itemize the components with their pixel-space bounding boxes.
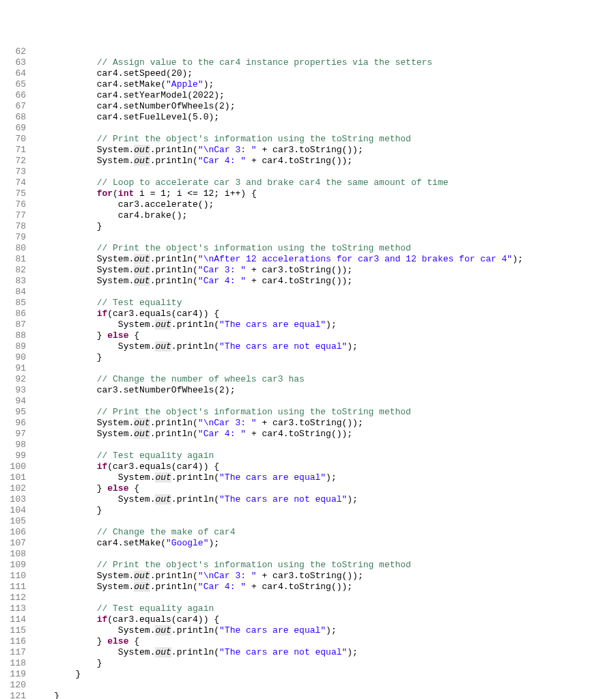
- code-content[interactable]: } else {: [33, 330, 616, 341]
- code-content[interactable]: // Print the object's information using …: [33, 407, 616, 418]
- code-line[interactable]: 85 // Test equality: [0, 298, 616, 309]
- code-line[interactable]: 80 // Print the object's information usi…: [0, 243, 616, 254]
- code-line[interactable]: 113 // Test equality again: [0, 603, 616, 614]
- code-line[interactable]: 78 }: [0, 221, 616, 232]
- code-content[interactable]: System.out.println("The cars are not equ…: [33, 341, 616, 352]
- code-content[interactable]: [33, 363, 616, 374]
- code-line[interactable]: 74 // Loop to accelerate car 3 and brake…: [0, 177, 616, 188]
- code-line[interactable]: 114 if(car3.equals(car4)) {: [0, 614, 616, 625]
- code-line[interactable]: 89 System.out.println("The cars are not …: [0, 341, 616, 352]
- code-content[interactable]: // Change the make of car4: [33, 527, 616, 538]
- code-line[interactable]: 83 System.out.println("Car 4: " + car4.t…: [0, 276, 616, 287]
- code-line[interactable]: 72 System.out.println("Car 4: " + car4.t…: [0, 156, 616, 167]
- code-content[interactable]: System.out.println("The cars are equal")…: [33, 319, 616, 330]
- code-line[interactable]: 79: [0, 232, 616, 243]
- code-line[interactable]: 104 }: [0, 505, 616, 516]
- code-line[interactable]: 73: [0, 167, 616, 177]
- code-line[interactable]: 107 car4.setMake("Google");: [0, 538, 616, 549]
- code-content[interactable]: }: [33, 505, 616, 516]
- code-content[interactable]: }: [33, 221, 616, 232]
- code-line[interactable]: 94: [0, 396, 616, 407]
- code-content[interactable]: car4.brake();: [33, 210, 616, 221]
- code-content[interactable]: System.out.println("Car 4: " + car4.toSt…: [33, 276, 616, 287]
- code-content[interactable]: System.out.println("\nCar 3: " + car3.to…: [33, 571, 616, 582]
- code-content[interactable]: if(car3.equals(car4)) {: [33, 461, 616, 472]
- code-content[interactable]: System.out.println("\nAfter 12 accelerat…: [33, 254, 616, 265]
- code-content[interactable]: System.out.println("The cars are not equ…: [33, 494, 616, 505]
- code-content[interactable]: if(car3.equals(car4)) {: [33, 614, 616, 625]
- code-line[interactable]: 62: [0, 46, 616, 57]
- code-line[interactable]: 90 }: [0, 352, 616, 363]
- code-line[interactable]: 71 System.out.println("\nCar 3: " + car3…: [0, 145, 616, 156]
- code-content[interactable]: if(car3.equals(car4)) {: [33, 309, 616, 319]
- code-line[interactable]: 120: [0, 680, 616, 691]
- code-line[interactable]: 87 System.out.println("The cars are equa…: [0, 319, 616, 330]
- code-content[interactable]: car3.setNumberOfWheels(2);: [33, 385, 616, 396]
- code-line[interactable]: 76 car3.accelerate();: [0, 199, 616, 210]
- code-content[interactable]: [33, 46, 616, 57]
- code-line[interactable]: 111 System.out.println("Car 4: " + car4.…: [0, 582, 616, 593]
- code-content[interactable]: [33, 396, 616, 407]
- code-content[interactable]: }: [33, 669, 616, 680]
- code-content[interactable]: [33, 232, 616, 243]
- code-line[interactable]: 77 car4.brake();: [0, 210, 616, 221]
- code-line[interactable]: 108: [0, 549, 616, 560]
- code-content[interactable]: // Test equality again: [33, 451, 616, 461]
- code-content[interactable]: car4.setNumberOfWheels(2);: [33, 101, 616, 112]
- code-line[interactable]: 69: [0, 123, 616, 134]
- code-line[interactable]: 67 car4.setNumberOfWheels(2);: [0, 101, 616, 112]
- code-content[interactable]: car4.setMake("Apple");: [33, 79, 616, 90]
- code-content[interactable]: // Print the object's information using …: [33, 243, 616, 254]
- code-line[interactable]: 110 System.out.println("\nCar 3: " + car…: [0, 571, 616, 582]
- code-content[interactable]: System.out.println("\nCar 3: " + car3.to…: [33, 418, 616, 429]
- code-content[interactable]: car4.setSpeed(20);: [33, 68, 616, 79]
- code-line[interactable]: 81 System.out.println("\nAfter 12 accele…: [0, 254, 616, 265]
- code-content[interactable]: } else {: [33, 483, 616, 494]
- code-content[interactable]: // Print the object's information using …: [33, 560, 616, 571]
- code-line[interactable]: 86 if(car3.equals(car4)) {: [0, 309, 616, 319]
- code-content[interactable]: [33, 123, 616, 134]
- code-line[interactable]: 116 } else {: [0, 636, 616, 647]
- code-content[interactable]: System.out.println("Car 3: " + car3.toSt…: [33, 265, 616, 276]
- code-content[interactable]: [33, 680, 616, 691]
- code-line[interactable]: 103 System.out.println("The cars are not…: [0, 494, 616, 505]
- code-editor[interactable]: 62 63 // Assign value to the car4 instan…: [0, 46, 616, 699]
- code-content[interactable]: [33, 287, 616, 298]
- code-line[interactable]: 75 for(int i = 1; i <= 12; i++) {: [0, 188, 616, 199]
- code-line[interactable]: 64 car4.setSpeed(20);: [0, 68, 616, 79]
- code-line[interactable]: 92 // Change the number of wheels car3 h…: [0, 374, 616, 385]
- code-content[interactable]: System.out.println("The cars are equal")…: [33, 472, 616, 483]
- code-content[interactable]: } else {: [33, 636, 616, 647]
- code-content[interactable]: [33, 516, 616, 527]
- code-content[interactable]: System.out.println("\nCar 3: " + car3.to…: [33, 145, 616, 156]
- code-line[interactable]: 70 // Print the object's information usi…: [0, 134, 616, 145]
- code-line[interactable]: 100 if(car3.equals(car4)) {: [0, 461, 616, 472]
- code-content[interactable]: // Test equality: [33, 298, 616, 309]
- code-line[interactable]: 96 System.out.println("\nCar 3: " + car3…: [0, 418, 616, 429]
- code-line[interactable]: 63 // Assign value to the car4 instance …: [0, 57, 616, 68]
- code-content[interactable]: }: [33, 352, 616, 363]
- code-line[interactable]: 106 // Change the make of car4: [0, 527, 616, 538]
- code-content[interactable]: // Loop to accelerate car 3 and brake ca…: [33, 177, 616, 188]
- code-content[interactable]: [33, 593, 616, 603]
- code-line[interactable]: 115 System.out.println("The cars are equ…: [0, 625, 616, 636]
- code-line[interactable]: 118 }: [0, 658, 616, 669]
- code-line[interactable]: 99 // Test equality again: [0, 451, 616, 461]
- code-content[interactable]: }: [33, 658, 616, 669]
- code-line[interactable]: 66 car4.setYearModel(2022);: [0, 90, 616, 101]
- code-content[interactable]: [33, 440, 616, 451]
- code-content[interactable]: System.out.println("Car 4: " + car4.toSt…: [33, 582, 616, 593]
- code-line[interactable]: 121 }: [0, 691, 616, 699]
- code-line[interactable]: 109 // Print the object's information us…: [0, 560, 616, 571]
- code-line[interactable]: 98: [0, 440, 616, 451]
- code-content[interactable]: // Test equality again: [33, 603, 616, 614]
- code-line[interactable]: 91: [0, 363, 616, 374]
- code-content[interactable]: System.out.println("The cars are equal")…: [33, 625, 616, 636]
- code-content[interactable]: car4.setFuelLevel(5.0);: [33, 112, 616, 123]
- code-line[interactable]: 68 car4.setFuelLevel(5.0);: [0, 112, 616, 123]
- code-line[interactable]: 97 System.out.println("Car 4: " + car4.t…: [0, 429, 616, 440]
- code-content[interactable]: System.out.println("Car 4: " + car4.toSt…: [33, 156, 616, 167]
- code-content[interactable]: car4.setMake("Google");: [33, 538, 616, 549]
- code-line[interactable]: 93 car3.setNumberOfWheels(2);: [0, 385, 616, 396]
- code-line[interactable]: 119 }: [0, 669, 616, 680]
